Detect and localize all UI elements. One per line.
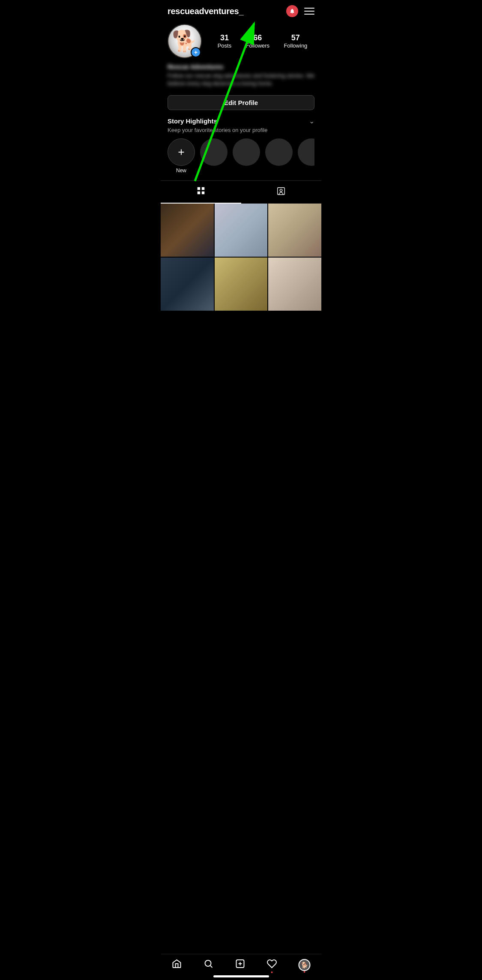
grid-photo-3[interactable] bbox=[268, 204, 321, 257]
highlight-circle-2[interactable] bbox=[233, 138, 260, 166]
highlights-subtitle: Keep your favorite stories on your profi… bbox=[168, 127, 314, 133]
profile-info-row: + 31 Posts 66 Followers 57 Following bbox=[168, 24, 314, 58]
content-tabs bbox=[161, 180, 321, 204]
bio-display-name: Rescue Adventures bbox=[168, 63, 314, 70]
followers-label: Followers bbox=[245, 42, 269, 49]
hamburger-menu[interactable] bbox=[304, 8, 314, 15]
svg-rect-0 bbox=[278, 188, 285, 195]
new-highlight-label: New bbox=[176, 168, 186, 174]
bio-text: Follow our rescue dog adventures and fos… bbox=[168, 72, 314, 87]
header-actions bbox=[286, 5, 314, 17]
add-story-button[interactable]: + bbox=[191, 47, 201, 57]
highlight-circle-3[interactable] bbox=[265, 138, 293, 166]
photo-grid bbox=[161, 204, 321, 310]
grid-photo-5[interactable] bbox=[215, 258, 268, 311]
chevron-up-icon[interactable]: ⌄ bbox=[309, 117, 314, 125]
tagged-icon bbox=[276, 186, 286, 198]
stats-row: 31 Posts 66 Followers 57 Following bbox=[210, 33, 314, 49]
grid-photo-6[interactable] bbox=[268, 258, 321, 311]
following-label: Following bbox=[284, 42, 307, 49]
grid-icon bbox=[196, 186, 206, 198]
svg-point-1 bbox=[280, 189, 283, 192]
posts-label: Posts bbox=[218, 42, 232, 49]
posts-count: 31 bbox=[220, 33, 229, 42]
new-highlight-circle[interactable] bbox=[168, 138, 195, 166]
highlight-circle-1[interactable] bbox=[200, 138, 228, 166]
highlight-item-2[interactable] bbox=[233, 138, 260, 174]
highlights-section: Story Highlights ⌄ Keep your favorite st… bbox=[161, 117, 321, 179]
edit-profile-button[interactable]: Edit Profile bbox=[168, 95, 314, 110]
avatar-wrapper: + bbox=[168, 24, 202, 58]
grid-photo-4[interactable] bbox=[161, 258, 214, 311]
highlight-item-4[interactable] bbox=[298, 138, 314, 174]
following-stat[interactable]: 57 Following bbox=[284, 33, 307, 49]
grid-tab[interactable] bbox=[161, 181, 241, 204]
followers-stat[interactable]: 66 Followers bbox=[245, 33, 269, 49]
highlights-list: New bbox=[168, 138, 314, 179]
grid-photo-2[interactable] bbox=[215, 204, 268, 257]
grid-photo-1[interactable] bbox=[161, 204, 214, 257]
highlight-circle-4[interactable] bbox=[298, 138, 314, 166]
highlight-item-3[interactable] bbox=[265, 138, 293, 174]
followers-count: 66 bbox=[253, 33, 262, 42]
bio-section: Rescue Adventures Follow our rescue dog … bbox=[161, 63, 321, 92]
username-label: rescueadventures_ bbox=[168, 6, 243, 16]
header: rescueadventures_ bbox=[161, 0, 321, 21]
new-highlight-button[interactable]: New bbox=[168, 138, 195, 174]
highlight-item-1[interactable] bbox=[200, 138, 228, 174]
posts-stat[interactable]: 31 Posts bbox=[218, 33, 232, 49]
tagged-tab[interactable] bbox=[241, 181, 322, 204]
highlights-title: Story Highlights bbox=[168, 117, 217, 125]
highlights-header: Story Highlights ⌄ bbox=[168, 117, 314, 125]
following-count: 57 bbox=[291, 33, 300, 42]
notification-bell[interactable] bbox=[286, 5, 298, 17]
profile-section: + 31 Posts 66 Followers 57 Following bbox=[161, 21, 321, 58]
